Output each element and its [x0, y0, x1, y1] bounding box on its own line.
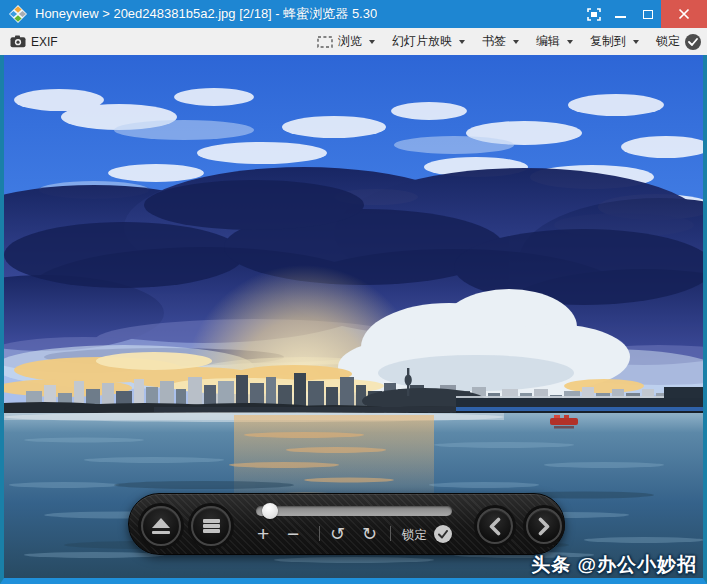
divider [319, 526, 320, 541]
fullscreen-icon [587, 8, 601, 21]
menu-browse-label: 浏览 [338, 33, 362, 50]
chevron-down-icon [567, 40, 573, 44]
rotate-ccw-button[interactable]: ↺ [330, 525, 345, 543]
divider [390, 526, 391, 541]
hamburger-icon [203, 518, 220, 534]
zoom-out-button[interactable]: − [287, 523, 299, 544]
window-title: Honeyview > 20ed248381b5a2.jpg [2/18] - … [35, 5, 377, 23]
zoom-slider-thumb[interactable] [262, 503, 278, 519]
exif-label: EXIF [31, 35, 58, 49]
zoom-in-button[interactable]: + [257, 523, 269, 544]
viewport-icon [317, 36, 333, 48]
next-image-button[interactable] [526, 508, 562, 544]
close-button[interactable] [661, 0, 707, 28]
honeyview-logo-icon [9, 5, 27, 23]
fullscreen-button[interactable] [580, 0, 607, 28]
chevron-down-icon [369, 40, 375, 44]
menu-browse[interactable]: 浏览 [317, 33, 375, 50]
menu-edit[interactable]: 编辑 [536, 33, 573, 50]
window-controls [580, 0, 707, 28]
menu-button[interactable] [191, 506, 231, 546]
check-icon[interactable] [434, 525, 452, 543]
camera-icon [10, 35, 26, 48]
chevron-down-icon [459, 40, 465, 44]
chevron-down-icon [633, 40, 639, 44]
chevron-right-icon [537, 517, 551, 536]
menu-copy-to-label: 复制到 [590, 33, 626, 50]
previous-image-button[interactable] [477, 508, 513, 544]
chevron-left-icon [488, 517, 502, 536]
title-bar[interactable]: Honeyview > 20ed248381b5a2.jpg [2/18] - … [0, 0, 707, 28]
toolbar-menu-cluster: 浏览 幻灯片放映 书签 编辑 复制到 锁定 [317, 33, 701, 50]
maximize-icon [643, 10, 653, 19]
menu-copy-to[interactable]: 复制到 [590, 33, 639, 50]
lock-toggle-label[interactable]: 锁定 [402, 529, 427, 542]
maximize-button[interactable] [634, 0, 661, 28]
close-icon [678, 8, 690, 20]
rotate-cw-button[interactable]: ↻ [362, 525, 377, 543]
menu-slideshow[interactable]: 幻灯片放映 [392, 33, 465, 50]
exif-button[interactable]: EXIF [10, 35, 58, 49]
menu-lock-label: 锁定 [656, 33, 680, 50]
menu-slideshow-label: 幻灯片放映 [392, 33, 452, 50]
eject-icon [152, 518, 170, 528]
chevron-down-icon [513, 40, 519, 44]
menu-edit-label: 编辑 [536, 33, 560, 50]
open-file-button[interactable] [141, 506, 181, 546]
app-window: Honeyview > 20ed248381b5a2.jpg [2/18] - … [0, 0, 707, 584]
menu-bookmarks-label: 书签 [482, 33, 506, 50]
menu-lock[interactable]: 锁定 [656, 33, 701, 50]
zoom-slider-track[interactable] [256, 506, 452, 516]
minimize-button[interactable] [607, 0, 634, 28]
check-icon [685, 34, 701, 50]
toolbar: EXIF 浏览 幻灯片放映 书签 编辑 复 [0, 28, 707, 55]
watermark: 头条 @办公小妙招 [531, 552, 697, 578]
menu-bookmarks[interactable]: 书签 [482, 33, 519, 50]
image-viewer[interactable]: + − ↺ ↻ 锁定 头条 @办公小妙招 [0, 55, 707, 584]
minimize-icon [615, 16, 626, 18]
viewer-control-bar: + − ↺ ↻ 锁定 [128, 493, 565, 555]
